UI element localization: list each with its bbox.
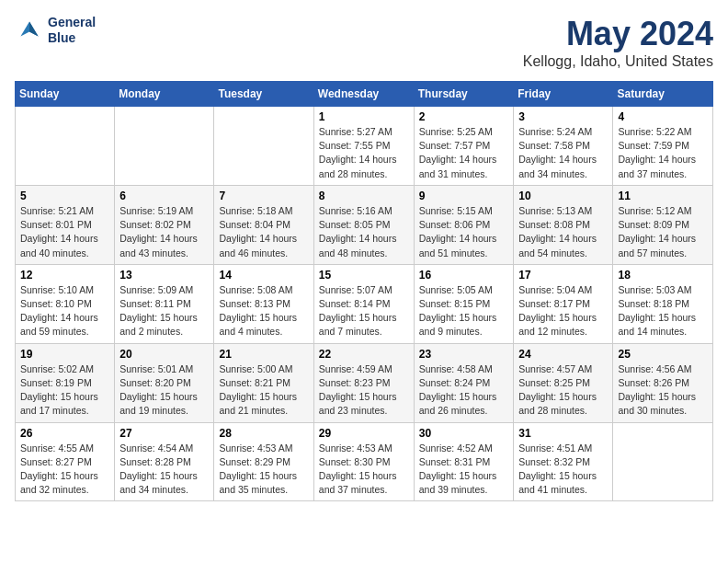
day-number: 25	[618, 348, 708, 361]
calendar-week-2: 5Sunrise: 5:21 AM Sunset: 8:01 PM Daylig…	[16, 185, 713, 264]
day-header-saturday: Saturday	[613, 82, 713, 107]
logo-icon	[15, 16, 44, 45]
day-info: Sunrise: 5:13 AM Sunset: 8:08 PM Dayligh…	[518, 204, 608, 260]
calendar-cell: 20Sunrise: 5:01 AM Sunset: 8:20 PM Dayli…	[115, 343, 214, 422]
logo: General Blue	[15, 15, 96, 46]
day-info: Sunrise: 4:58 AM Sunset: 8:24 PM Dayligh…	[419, 362, 509, 419]
day-number: 26	[20, 427, 109, 440]
calendar-cell	[613, 422, 713, 501]
day-number: 13	[119, 269, 209, 282]
day-number: 10	[518, 190, 608, 202]
location: Kellogg, Idaho, United States	[523, 53, 713, 70]
logo-text: General Blue	[48, 15, 96, 46]
calendar-cell: 15Sunrise: 5:07 AM Sunset: 8:14 PM Dayli…	[313, 264, 414, 343]
day-number: 20	[119, 348, 209, 361]
day-number: 23	[419, 348, 509, 361]
day-info: Sunrise: 5:05 AM Sunset: 8:15 PM Dayligh…	[419, 283, 509, 339]
calendar-cell: 14Sunrise: 5:08 AM Sunset: 8:13 PM Dayli…	[214, 264, 313, 343]
calendar-cell: 6Sunrise: 5:19 AM Sunset: 8:02 PM Daylig…	[115, 185, 214, 264]
calendar-cell: 27Sunrise: 4:54 AM Sunset: 8:28 PM Dayli…	[115, 422, 214, 501]
title-block: May 2024 Kellogg, Idaho, United States	[523, 15, 713, 70]
day-info: Sunrise: 5:19 AM Sunset: 8:02 PM Dayligh…	[119, 204, 209, 260]
day-info: Sunrise: 5:09 AM Sunset: 8:11 PM Dayligh…	[119, 283, 209, 339]
day-info: Sunrise: 5:12 AM Sunset: 8:09 PM Dayligh…	[618, 204, 708, 260]
day-number: 11	[618, 190, 708, 202]
day-info: Sunrise: 5:24 AM Sunset: 7:58 PM Dayligh…	[518, 125, 608, 181]
calendar-cell: 8Sunrise: 5:16 AM Sunset: 8:05 PM Daylig…	[313, 185, 414, 264]
day-number: 3	[518, 110, 608, 123]
day-info: Sunrise: 5:08 AM Sunset: 8:13 PM Dayligh…	[219, 283, 308, 339]
page-header: General Blue May 2024 Kellogg, Idaho, Un…	[15, 15, 713, 70]
day-info: Sunrise: 5:00 AM Sunset: 8:21 PM Dayligh…	[219, 362, 308, 419]
day-number: 31	[518, 427, 608, 440]
month-title: May 2024	[523, 15, 713, 53]
calendar-week-1: 1Sunrise: 5:27 AM Sunset: 7:55 PM Daylig…	[16, 107, 713, 186]
calendar-cell: 23Sunrise: 4:58 AM Sunset: 8:24 PM Dayli…	[414, 343, 514, 422]
day-header-thursday: Thursday	[414, 82, 514, 107]
calendar-table: SundayMondayTuesdayWednesdayThursdayFrid…	[15, 81, 713, 501]
day-info: Sunrise: 5:03 AM Sunset: 8:18 PM Dayligh…	[618, 283, 708, 339]
day-info: Sunrise: 4:52 AM Sunset: 8:31 PM Dayligh…	[419, 442, 509, 498]
calendar-cell: 3Sunrise: 5:24 AM Sunset: 7:58 PM Daylig…	[514, 107, 613, 186]
day-header-friday: Friday	[514, 82, 613, 107]
calendar-cell: 9Sunrise: 5:15 AM Sunset: 8:06 PM Daylig…	[414, 185, 514, 264]
day-number: 9	[419, 190, 509, 202]
calendar-cell: 26Sunrise: 4:55 AM Sunset: 8:27 PM Dayli…	[16, 422, 115, 501]
day-header-wednesday: Wednesday	[313, 82, 414, 107]
day-info: Sunrise: 5:04 AM Sunset: 8:17 PM Dayligh…	[518, 283, 608, 339]
day-number: 2	[419, 110, 509, 123]
day-info: Sunrise: 5:10 AM Sunset: 8:10 PM Dayligh…	[20, 283, 109, 339]
calendar-cell: 7Sunrise: 5:18 AM Sunset: 8:04 PM Daylig…	[214, 185, 313, 264]
calendar-cell: 1Sunrise: 5:27 AM Sunset: 7:55 PM Daylig…	[313, 107, 414, 186]
calendar-header: SundayMondayTuesdayWednesdayThursdayFrid…	[16, 82, 713, 107]
calendar-cell: 25Sunrise: 4:56 AM Sunset: 8:26 PM Dayli…	[613, 343, 713, 422]
day-number: 1	[319, 110, 409, 123]
calendar-cell: 31Sunrise: 4:51 AM Sunset: 8:32 PM Dayli…	[514, 422, 613, 501]
day-info: Sunrise: 4:53 AM Sunset: 8:30 PM Dayligh…	[319, 442, 409, 498]
day-info: Sunrise: 5:21 AM Sunset: 8:01 PM Dayligh…	[20, 204, 109, 260]
calendar-cell: 18Sunrise: 5:03 AM Sunset: 8:18 PM Dayli…	[613, 264, 713, 343]
day-number: 27	[119, 427, 209, 440]
day-number: 29	[319, 427, 409, 440]
day-number: 19	[20, 348, 109, 361]
calendar-cell	[16, 107, 115, 186]
calendar-cell: 13Sunrise: 5:09 AM Sunset: 8:11 PM Dayli…	[115, 264, 214, 343]
day-number: 6	[119, 190, 209, 202]
day-number: 21	[219, 348, 308, 361]
day-info: Sunrise: 5:16 AM Sunset: 8:05 PM Dayligh…	[319, 204, 409, 260]
calendar-cell: 17Sunrise: 5:04 AM Sunset: 8:17 PM Dayli…	[514, 264, 613, 343]
calendar-cell: 10Sunrise: 5:13 AM Sunset: 8:08 PM Dayli…	[514, 185, 613, 264]
day-info: Sunrise: 5:15 AM Sunset: 8:06 PM Dayligh…	[419, 204, 509, 260]
calendar-week-3: 12Sunrise: 5:10 AM Sunset: 8:10 PM Dayli…	[16, 264, 713, 343]
day-number: 12	[20, 269, 109, 282]
calendar-cell: 2Sunrise: 5:25 AM Sunset: 7:57 PM Daylig…	[414, 107, 514, 186]
day-number: 5	[20, 190, 109, 202]
day-number: 18	[618, 269, 708, 282]
calendar-cell: 24Sunrise: 4:57 AM Sunset: 8:25 PM Dayli…	[514, 343, 613, 422]
day-number: 14	[219, 269, 308, 282]
day-number: 7	[219, 190, 308, 202]
day-info: Sunrise: 4:56 AM Sunset: 8:26 PM Dayligh…	[618, 362, 708, 419]
day-number: 28	[219, 427, 308, 440]
day-info: Sunrise: 4:54 AM Sunset: 8:28 PM Dayligh…	[119, 442, 209, 498]
calendar-body: 1Sunrise: 5:27 AM Sunset: 7:55 PM Daylig…	[16, 107, 713, 501]
svg-marker-1	[29, 21, 39, 36]
day-header-sunday: Sunday	[16, 82, 115, 107]
calendar-cell: 19Sunrise: 5:02 AM Sunset: 8:19 PM Dayli…	[16, 343, 115, 422]
day-info: Sunrise: 5:22 AM Sunset: 7:59 PM Dayligh…	[618, 125, 708, 181]
calendar-cell: 30Sunrise: 4:52 AM Sunset: 8:31 PM Dayli…	[414, 422, 514, 501]
day-info: Sunrise: 5:27 AM Sunset: 7:55 PM Dayligh…	[319, 125, 409, 181]
day-header-monday: Monday	[115, 82, 214, 107]
calendar-cell: 16Sunrise: 5:05 AM Sunset: 8:15 PM Dayli…	[414, 264, 514, 343]
day-info: Sunrise: 4:53 AM Sunset: 8:29 PM Dayligh…	[219, 442, 308, 498]
day-number: 15	[319, 269, 409, 282]
day-number: 4	[618, 110, 708, 123]
day-header-tuesday: Tuesday	[214, 82, 313, 107]
calendar-cell: 4Sunrise: 5:22 AM Sunset: 7:59 PM Daylig…	[613, 107, 713, 186]
calendar-cell: 21Sunrise: 5:00 AM Sunset: 8:21 PM Dayli…	[214, 343, 313, 422]
day-number: 24	[518, 348, 608, 361]
calendar-cell: 12Sunrise: 5:10 AM Sunset: 8:10 PM Dayli…	[16, 264, 115, 343]
day-info: Sunrise: 5:02 AM Sunset: 8:19 PM Dayligh…	[20, 362, 109, 419]
day-number: 30	[419, 427, 509, 440]
day-info: Sunrise: 5:25 AM Sunset: 7:57 PM Dayligh…	[419, 125, 509, 181]
